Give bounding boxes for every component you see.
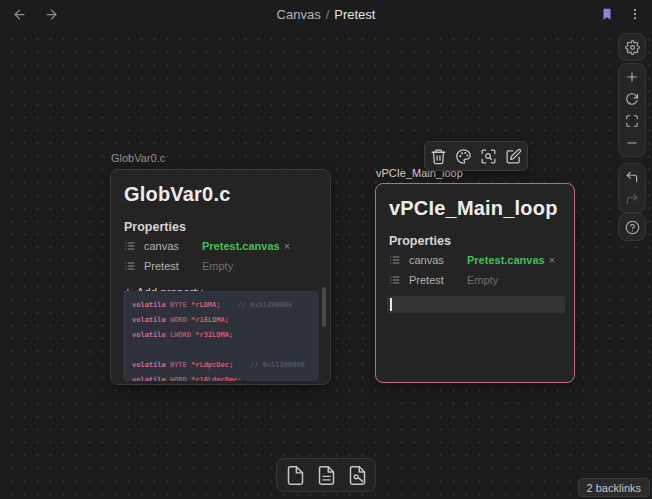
code-line: volatile WORD *r16LdpcDec; xyxy=(132,373,319,381)
zoom-out-button[interactable] xyxy=(620,132,644,154)
card-title: GlobVar0.c xyxy=(111,170,330,206)
note-file-icon xyxy=(316,465,337,486)
card-scrollbar[interactable] xyxy=(322,287,326,327)
zoom-in-button[interactable] xyxy=(620,66,644,88)
property-row-canvas[interactable]: canvas Pretest.canvas × xyxy=(111,238,330,254)
property-label: canvas xyxy=(144,240,202,252)
redo-icon xyxy=(625,192,639,206)
list-icon xyxy=(389,254,402,266)
property-row-pretest[interactable]: Pretest Empty xyxy=(111,258,330,274)
property-row-pretest[interactable]: Pretest Empty xyxy=(376,272,574,288)
edit-button[interactable] xyxy=(502,145,524,167)
canvas-area[interactable]: GlobVar0.c GlobVar0.c Properties canvas … xyxy=(0,28,652,499)
property-value-link[interactable]: Pretest.canvas xyxy=(202,240,280,252)
edit-icon xyxy=(505,148,522,165)
list-icon xyxy=(389,274,402,286)
rail-group-help xyxy=(618,213,646,241)
breadcrumb-separator: / xyxy=(326,7,330,22)
code-line xyxy=(132,343,319,358)
code-line: volatile BYTE *rLdpcDec; // 0x51280000 xyxy=(132,358,319,373)
media-file-icon xyxy=(347,465,368,486)
breadcrumb: Canvas / Pretest xyxy=(0,0,652,28)
zoom-selection-icon xyxy=(480,148,497,165)
list-icon xyxy=(124,260,137,272)
backlinks-label: 2 backlinks xyxy=(587,482,641,494)
properties-heading: Properties xyxy=(111,206,330,234)
property-value-empty[interactable]: Empty xyxy=(202,260,233,272)
add-media-button[interactable] xyxy=(344,462,370,488)
fit-view-button[interactable] xyxy=(620,110,644,132)
remove-property-icon[interactable]: × xyxy=(284,240,290,252)
code-line: volatile WORD *r16LDMA; xyxy=(132,313,319,328)
rail-group-history xyxy=(618,163,646,213)
code-line: volatile LWORD *r32LDMA; xyxy=(132,328,319,343)
breadcrumb-section[interactable]: Canvas xyxy=(277,7,321,22)
code-block[interactable]: volatile BYTE *rLDMA; // 0x51200000volat… xyxy=(123,291,319,381)
list-icon xyxy=(124,240,137,252)
help-circle-icon xyxy=(625,220,640,235)
property-label: canvas xyxy=(409,254,467,266)
rail-group-zoom xyxy=(618,63,646,157)
rail-group-settings xyxy=(618,33,646,61)
gear-icon xyxy=(625,40,640,55)
add-card-button[interactable] xyxy=(282,462,308,488)
palette-icon xyxy=(455,148,472,165)
card-label-globvar: GlobVar0.c xyxy=(111,152,165,164)
card-title: vPCIe_Main_loop xyxy=(376,184,574,220)
backlinks-badge[interactable]: 2 backlinks xyxy=(578,478,650,497)
color-palette-button[interactable] xyxy=(453,145,475,167)
property-label: Pretest xyxy=(409,274,467,286)
undo-button[interactable] xyxy=(620,166,644,188)
property-value-empty[interactable]: Empty xyxy=(467,274,498,286)
canvas-add-toolbar xyxy=(276,458,376,492)
trash-icon xyxy=(430,148,447,165)
top-bar: Canvas / Pretest xyxy=(0,0,652,28)
text-cursor xyxy=(390,298,392,311)
note-text-input[interactable] xyxy=(387,296,565,313)
rotate-cw-icon xyxy=(625,92,639,106)
zoom-to-selection-button[interactable] xyxy=(477,145,499,167)
more-options-button[interactable] xyxy=(624,3,646,25)
settings-button[interactable] xyxy=(620,36,644,58)
more-vertical-icon xyxy=(628,7,642,21)
delete-button[interactable] xyxy=(428,145,450,167)
property-value-link[interactable]: Pretest.canvas xyxy=(467,254,545,266)
bookmark-button[interactable] xyxy=(596,3,618,25)
minus-icon xyxy=(625,136,639,150)
card-vpcie-selected[interactable]: vPCIe_Main_loop Properties canvas Pretes… xyxy=(375,183,575,383)
breadcrumb-page-title: Pretest xyxy=(334,7,375,22)
fit-screen-icon xyxy=(625,114,639,128)
card-globvar[interactable]: GlobVar0.c Properties canvas Pretest.can… xyxy=(110,169,331,385)
bookmark-icon xyxy=(600,7,614,22)
add-note-button[interactable] xyxy=(313,462,339,488)
code-line: volatile BYTE *rLDMA; // 0x51200000 xyxy=(132,298,319,313)
remove-property-icon[interactable]: × xyxy=(549,254,555,266)
reset-view-button[interactable] xyxy=(620,88,644,110)
blank-file-icon xyxy=(285,465,306,486)
redo-button[interactable] xyxy=(620,188,644,210)
properties-heading: Properties xyxy=(376,220,574,248)
property-row-canvas[interactable]: canvas Pretest.canvas × xyxy=(376,252,574,268)
selection-toolbar xyxy=(424,141,528,171)
property-label: Pretest xyxy=(144,260,202,272)
help-button[interactable] xyxy=(620,216,644,238)
undo-icon xyxy=(625,170,639,184)
plus-icon xyxy=(625,70,639,84)
